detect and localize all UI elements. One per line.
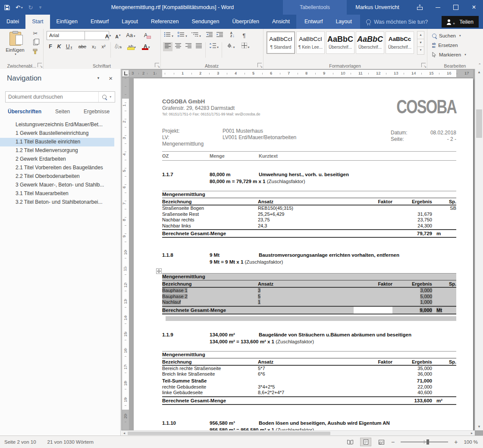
table-move-handle-icon[interactable] — [156, 268, 162, 274]
font-dialog-launcher-icon[interactable] — [155, 63, 159, 67]
decrease-indent-button[interactable] — [204, 31, 214, 40]
nav-item-1-2-titel-medienversorgu[interactable]: 1.2 Titel Medienversorgung — [0, 146, 114, 155]
zoom-level[interactable]: 100 % — [464, 439, 478, 445]
replace-button[interactable]: abac Ersetzen — [432, 41, 458, 50]
justify-button[interactable] — [194, 42, 204, 51]
minimize-button[interactable] — [429, 0, 447, 15]
vertical-ruler[interactable]: 1234567891011121314151617181920 — [122, 78, 129, 430]
horizontal-ruler[interactable]: 3211234567891011121314151617 — [129, 70, 473, 77]
ribbon-display-options-icon[interactable] — [411, 0, 429, 15]
shading-button[interactable]: ▾ — [224, 42, 236, 51]
nav-item-2-2-titel-oberbodenarbei[interactable]: 2.2 Titel Oberbodenarbeiten — [0, 172, 114, 181]
bold-button[interactable]: F — [47, 42, 54, 51]
tab-berpr-fen[interactable]: Überprüfen — [226, 15, 266, 29]
show-paragraph-marks-button[interactable]: ¶ — [240, 31, 248, 40]
paste-button[interactable]: Einfügen ▾ — [3, 31, 27, 62]
search-button[interactable]: ▾ — [98, 92, 115, 102]
paragraph-dialog-launcher-icon[interactable] — [257, 63, 262, 67]
italic-button[interactable]: K — [55, 42, 63, 51]
navigation-close-icon[interactable]: × — [109, 75, 113, 81]
font-color-button[interactable]: A▾ — [141, 42, 153, 51]
zoom-in-button[interactable]: + — [454, 439, 458, 445]
maximize-button[interactable] — [447, 0, 465, 15]
print-layout-button[interactable] — [360, 438, 371, 446]
undo-icon[interactable]: ↶▾ — [16, 5, 22, 10]
nav-item-3-2-titel-beton-und-sta[interactable]: 3.2 Titel Beton- und Stahlbetonarbei... — [0, 198, 114, 207]
share-button[interactable]: + Teilen — [442, 16, 479, 28]
strikethrough-button[interactable]: abe — [77, 42, 88, 51]
nav-tab-berschriften[interactable]: Überschriften — [8, 109, 41, 115]
tab-sendungen[interactable]: Sendungen — [185, 15, 226, 29]
user-name[interactable]: Markus Unverricht — [345, 0, 410, 15]
scroll-down-icon[interactable]: ▼ — [475, 423, 483, 430]
align-center-button[interactable] — [173, 42, 183, 51]
superscript-button[interactable]: x² — [99, 42, 108, 51]
find-button[interactable]: Suchen ▾ — [432, 31, 461, 40]
navigation-options-icon[interactable]: ▾ — [97, 75, 100, 81]
document-page[interactable]: COSOBA GmbH Grafenstr. 29, 64283 Darmsta… — [134, 78, 473, 436]
line-spacing-button[interactable]: ▾ — [208, 42, 220, 51]
vertical-scrollbar[interactable]: ▲ ▼ — [475, 69, 483, 430]
tab-einf-gen[interactable]: Einfügen — [50, 15, 84, 29]
save-icon[interactable] — [4, 5, 10, 10]
nav-item-2-gewerk-erdarbeiten[interactable]: 2 Gewerk Erdarbeiten — [0, 155, 114, 164]
vertical-scroll-thumb[interactable] — [476, 109, 482, 138]
change-case-button[interactable]: Aa▾ — [124, 31, 137, 40]
scroll-up-icon[interactable]: ▲ — [475, 69, 483, 76]
align-right-button[interactable] — [184, 42, 193, 51]
shrink-font-button[interactable]: A▼ — [114, 31, 122, 40]
gallery-up-icon[interactable]: ▲ — [417, 31, 424, 39]
style-kein-lee[interactable]: AaBbCcI¶ Kein Lee... — [296, 31, 325, 54]
nav-item-3-1-titel-mauerarbeiten[interactable]: 3.1 Titel Mauerarbeiten — [0, 190, 114, 198]
styles-dialog-launcher-icon[interactable] — [421, 63, 426, 67]
tab-start[interactable]: Start — [25, 15, 50, 29]
text-effects-button[interactable]: A▾ — [113, 42, 123, 51]
gallery-down-icon[interactable]: ▼ — [417, 39, 424, 47]
context-tab-entwurf[interactable]: Entwurf — [298, 15, 329, 29]
redo-icon[interactable]: ↻ — [28, 5, 33, 10]
collapse-ribbon-icon[interactable]: ⌃ — [478, 63, 481, 67]
word-count[interactable]: 21 von 1030 Wörtern — [47, 439, 94, 445]
search-input[interactable] — [6, 94, 98, 100]
nav-item-1-gewerk-baustelleneinri[interactable]: 1 Gewerk Baustelleneinrichtung — [0, 129, 114, 138]
style-berschrif[interactable]: AaBbCÜberschrif... — [326, 31, 354, 54]
nav-item-1-1-titel-baustelle-einr[interactable]: 1.1 Titel Baustelle einrichten — [0, 138, 114, 146]
zoom-slider[interactable] — [401, 442, 448, 442]
tab-entwurf[interactable]: Entwurf — [84, 15, 115, 29]
highlight-button[interactable]: ab▾ — [126, 42, 138, 51]
style-standard[interactable]: AaBbCcI¶ Standard — [267, 31, 295, 54]
align-left-button[interactable] — [163, 42, 172, 51]
tab-ansicht[interactable]: Ansicht — [266, 15, 296, 29]
numbering-button[interactable]: ▾ — [177, 31, 188, 40]
tab-layout[interactable]: Layout — [115, 15, 144, 29]
grow-font-button[interactable]: A▲ — [104, 31, 113, 40]
read-mode-button[interactable] — [345, 438, 356, 446]
tell-me-box[interactable]: Was möchten Sie tun? — [360, 15, 434, 29]
web-layout-button[interactable] — [376, 438, 387, 446]
page-count[interactable]: Seite 2 von 10 — [4, 439, 36, 445]
font-family-select[interactable]: Arial▾ — [47, 31, 90, 40]
increase-indent-button[interactable] — [215, 31, 224, 40]
nav-item-3-gewerk-mauer-beton[interactable]: 3 Gewerk Mauer-, Beton- und Stahlb... — [0, 181, 114, 190]
select-button[interactable]: Markieren ▾ — [432, 50, 466, 59]
zoom-out-button[interactable]: − — [391, 439, 395, 445]
multilevel-list-button[interactable]: ▾ — [191, 31, 202, 40]
cut-button[interactable]: ✂ — [29, 29, 41, 38]
style-berschrif[interactable]: AaBbCÜberschrif... — [356, 31, 384, 54]
nav-tab-seiten[interactable]: Seiten — [55, 109, 70, 115]
bullets-button[interactable]: ▾ — [163, 31, 174, 40]
horizontal-scroll-thumb[interactable] — [128, 432, 330, 435]
borders-button[interactable]: ▾ — [239, 42, 252, 51]
context-tab-layout[interactable]: Layout — [329, 15, 358, 29]
underline-button[interactable]: U▾ — [64, 42, 74, 51]
sort-button[interactable]: AZ↓ — [227, 31, 238, 40]
nav-item-leistungsverzeichnis-erd[interactable]: Leistungsverzeichnis Erd/Mauer/Bet... — [0, 121, 114, 129]
customize-qat-icon[interactable]: ▿ — [38, 5, 41, 10]
copy-button[interactable] — [29, 38, 41, 47]
nav-item-2-1-titel-vorbereiten-de[interactable]: 2.1 Titel Vorbereiten des Baugeländes — [0, 164, 114, 172]
tab-datei[interactable]: Datei — [0, 15, 25, 29]
format-painter-button[interactable] — [29, 47, 41, 56]
close-button[interactable]: × — [465, 0, 483, 15]
tab-selector[interactable] — [122, 70, 129, 77]
style-berschrif[interactable]: AaBbCcÜberschrif... — [386, 31, 414, 54]
